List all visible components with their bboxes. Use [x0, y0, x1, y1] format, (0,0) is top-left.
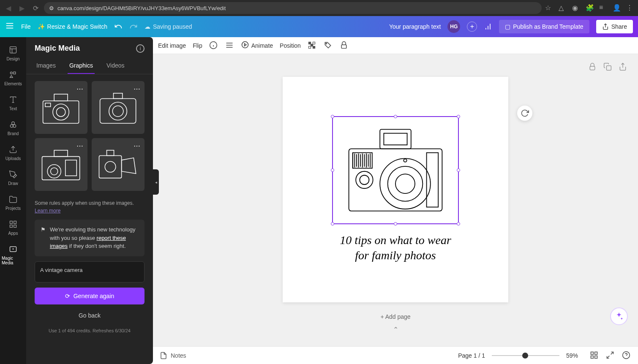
- panel-tabs: Images Graphics Videos: [26, 58, 153, 74]
- svg-rect-32: [55, 150, 68, 157]
- edit-toolbar: Edit image Flip Animate Position: [153, 37, 638, 54]
- tab-videos[interactable]: Videos: [105, 58, 126, 74]
- zoom-slider[interactable]: [492, 355, 559, 356]
- undo-button[interactable]: [114, 22, 123, 31]
- rail-projects[interactable]: Projects: [0, 190, 26, 215]
- site-settings-icon[interactable]: ⚙: [49, 5, 54, 11]
- notes-button[interactable]: Notes: [160, 352, 186, 359]
- nav-back-button[interactable]: ◀: [3, 3, 14, 13]
- page-collapse-handle[interactable]: ⌃: [393, 326, 398, 334]
- add-page-button[interactable]: + Add page: [372, 310, 419, 323]
- generate-again-button[interactable]: ⟳ Generate again: [35, 288, 145, 304]
- svg-point-29: [113, 106, 124, 117]
- panel-title: Magic Media: [35, 44, 80, 53]
- file-menu-button[interactable]: File: [21, 23, 31, 30]
- flip-button[interactable]: Flip: [193, 42, 202, 49]
- tab-graphics[interactable]: Graphics: [68, 58, 95, 74]
- rail-draw[interactable]: Draw: [0, 165, 26, 190]
- svg-point-15: [13, 125, 16, 128]
- profile-avatar-icon[interactable]: 👤: [613, 4, 621, 12]
- panel-collapse-handle[interactable]: ◂: [153, 169, 159, 195]
- resize-button[interactable]: ✨ Resize & Magic Switch: [38, 23, 107, 30]
- info-circle-icon[interactable]: [209, 41, 218, 50]
- tab-images[interactable]: Images: [35, 58, 57, 74]
- svg-rect-7: [10, 47, 16, 53]
- analytics-button[interactable]: [484, 22, 492, 31]
- publish-button[interactable]: ▢ Publish as Brand Template: [499, 20, 589, 33]
- rail-apps[interactable]: Apps: [0, 215, 26, 240]
- prompt-input[interactable]: A vintage camera: [35, 261, 145, 283]
- canvas-page[interactable]: 10 tips on what to wear for family photo…: [283, 77, 508, 302]
- export-page-icon[interactable]: [619, 62, 630, 73]
- copy-style-icon[interactable]: [324, 41, 333, 50]
- bottom-bar: Notes Page 1 / 1 59%: [153, 346, 638, 364]
- resize-handle[interactable]: [457, 222, 460, 225]
- result-thumb-3[interactable]: ⋯: [35, 138, 87, 191]
- result-thumb-2[interactable]: ⋯: [92, 81, 145, 134]
- fullscreen-icon[interactable]: [606, 351, 615, 360]
- rail-design[interactable]: Design: [0, 41, 26, 65]
- bookmark-star-icon[interactable]: ☆: [545, 4, 553, 12]
- lock-icon[interactable]: [340, 41, 349, 50]
- resize-handle[interactable]: [331, 222, 334, 225]
- page-indicator[interactable]: Page 1 / 1: [458, 352, 485, 359]
- resize-handle[interactable]: [394, 115, 397, 118]
- resize-handle[interactable]: [331, 168, 334, 172]
- svg-rect-58: [380, 129, 411, 149]
- magic-fab-button[interactable]: [610, 307, 628, 325]
- edit-image-button[interactable]: Edit image: [158, 42, 186, 49]
- share-button[interactable]: Share: [596, 20, 633, 33]
- page-lock-icon[interactable]: [588, 62, 599, 73]
- thumb-menu-icon[interactable]: ⋯: [132, 84, 142, 94]
- rail-brand[interactable]: Brand: [0, 115, 26, 140]
- resize-handle[interactable]: [457, 168, 460, 172]
- help-icon[interactable]: [622, 351, 631, 360]
- go-back-button[interactable]: Go back: [35, 308, 145, 323]
- svg-rect-69: [595, 352, 597, 354]
- rail-magic-media[interactable]: Magic Media: [0, 240, 26, 269]
- result-thumb-4[interactable]: ⋯: [92, 138, 145, 191]
- extensions-icon[interactable]: 🧩: [586, 4, 594, 12]
- rail-elements[interactable]: Elements: [0, 65, 26, 90]
- lines-icon[interactable]: [225, 41, 234, 50]
- drive-extension-icon[interactable]: △: [559, 4, 567, 12]
- grid-view-icon[interactable]: [590, 351, 599, 360]
- duplicate-page-icon[interactable]: [603, 62, 614, 73]
- selected-camera-image[interactable]: [332, 116, 459, 224]
- position-button[interactable]: Position: [280, 42, 301, 49]
- svg-point-14: [10, 125, 13, 128]
- thumb-menu-icon[interactable]: ⋯: [75, 141, 85, 151]
- thumb-menu-icon[interactable]: ⋯: [75, 84, 85, 94]
- user-avatar[interactable]: HG: [447, 20, 460, 33]
- add-collaborator-button[interactable]: +: [467, 22, 477, 32]
- panel-info-icon[interactable]: i: [136, 44, 145, 53]
- resize-handle[interactable]: [331, 115, 334, 118]
- grammarly-extension-icon[interactable]: ◉: [572, 4, 581, 12]
- result-thumb-1[interactable]: ⋯: [35, 81, 87, 134]
- reading-list-icon[interactable]: ≡: [599, 4, 608, 12]
- document-title[interactable]: Your paragraph text: [389, 23, 441, 30]
- zoom-slider-thumb[interactable]: [522, 353, 528, 359]
- transparency-icon[interactable]: [308, 41, 317, 50]
- thumb-menu-icon[interactable]: ⋯: [132, 141, 142, 151]
- svg-rect-70: [595, 356, 597, 358]
- animate-button[interactable]: Animate: [241, 41, 273, 50]
- nav-forward-button[interactable]: ▶: [17, 3, 27, 13]
- rail-uploads[interactable]: Uploads: [0, 140, 26, 165]
- results-grid: ⋯ ⋯ ⋯ ⋯: [26, 74, 153, 198]
- browser-menu-icon[interactable]: ⋮: [626, 4, 635, 12]
- learn-more-link[interactable]: Learn more: [35, 208, 60, 214]
- rail-text[interactable]: Text: [0, 90, 26, 115]
- canvas-text[interactable]: 10 tips on what to wear for family photo…: [340, 233, 451, 263]
- nav-reload-button[interactable]: ⟳: [30, 3, 41, 13]
- svg-point-8: [10, 72, 12, 74]
- resize-handle[interactable]: [457, 115, 460, 118]
- resize-handle[interactable]: [394, 222, 397, 225]
- redo-button[interactable]: [129, 22, 138, 31]
- regenerate-floating-button[interactable]: [517, 106, 532, 121]
- url-bar[interactable]: ⚙ canva.com/design/DAGHMt5BiRY/vuJHY33em…: [44, 2, 542, 14]
- zoom-percent[interactable]: 59%: [566, 352, 583, 359]
- feedback-box: ⚑ We're evolving this new technology wit…: [35, 220, 145, 256]
- canvas-viewport[interactable]: 10 tips on what to wear for family photo…: [153, 54, 638, 346]
- menu-hamburger-icon[interactable]: [5, 21, 14, 32]
